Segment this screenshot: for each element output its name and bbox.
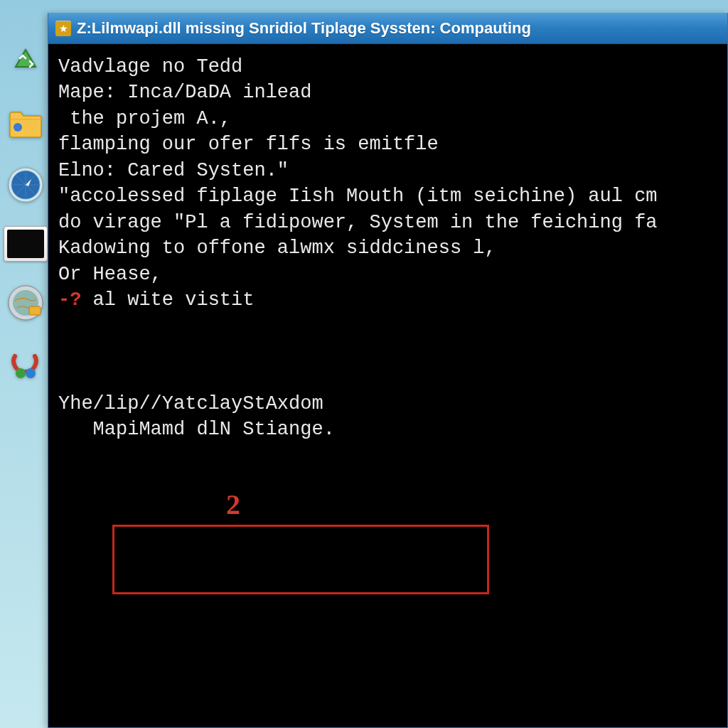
app-star-icon <box>55 21 71 36</box>
svg-point-0 <box>14 123 22 132</box>
svg-point-7 <box>16 368 26 378</box>
terminal-window: Z:Lilmwapi.dll missing Snridiol Tiplage … <box>48 13 728 728</box>
terminal-line: "accolessed fiplage Iish Mouth (itm seic… <box>58 183 727 209</box>
svg-point-8 <box>26 368 36 378</box>
svg-rect-6 <box>29 306 41 315</box>
safari-icon[interactable] <box>6 165 46 205</box>
terminal-line: Elno: Cared Systen." <box>58 158 727 183</box>
terminal-body[interactable]: Vadvlage no TeddMape: Inca/DaDA inlead t… <box>48 44 727 727</box>
recycle-icon[interactable] <box>6 43 46 82</box>
prompt-marker: -? <box>58 289 81 311</box>
terminal-line: do virage "Pl a fidipower, System in the… <box>58 210 727 235</box>
terminal-line: the projem A., <box>58 106 727 132</box>
settings-globe-icon[interactable] <box>6 283 46 323</box>
tool-icon[interactable] <box>6 344 46 384</box>
terminal-line: Kadowing to offone alwmx siddciness l, <box>58 235 727 261</box>
terminal-line: Or Hease, <box>58 262 727 287</box>
annotation-number: 2 <box>226 488 240 521</box>
window-titlebar[interactable]: Z:Lilmwapi.dll missing Snridiol Tiplage … <box>48 13 727 44</box>
folder-icon[interactable] <box>6 104 46 144</box>
monitor-icon[interactable] <box>4 226 48 262</box>
terminal-line: Vadvlage no Tedd <box>58 54 727 80</box>
desktop-icons-column <box>0 43 51 384</box>
terminal-line: flamping our ofer flfs is emitfle <box>58 132 727 157</box>
terminal-prompt-line: -? al wite vistit <box>58 287 727 313</box>
highlight-line: MapiMamd dlN Stiange. <box>58 417 727 442</box>
prompt-text: al wite vistit <box>81 289 254 311</box>
terminal-line: Mape: Inca/DaDA inlead <box>58 80 727 105</box>
window-title: Z:Lilmwapi.dll missing Snridiol Tiplage … <box>77 19 531 38</box>
highlight-line: Yhe/lip//YatclayStAxdom <box>58 391 727 417</box>
